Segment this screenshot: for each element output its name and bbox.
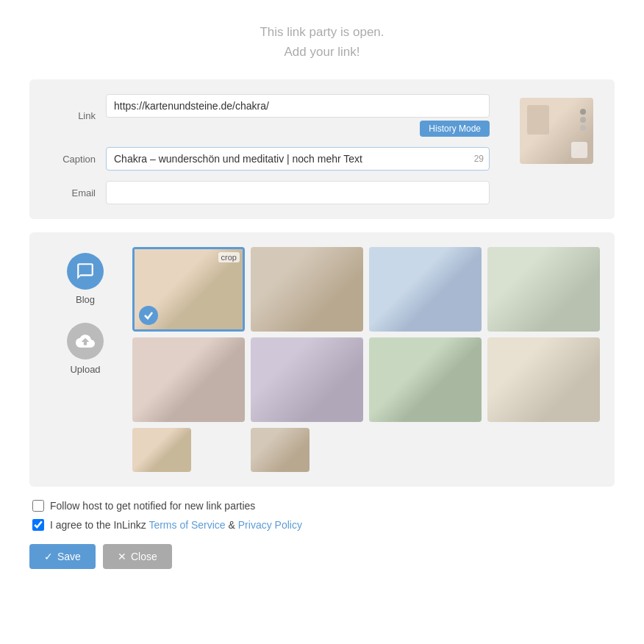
header-line2: Add your link! — [29, 42, 615, 62]
crop-label: crop — [218, 252, 240, 262]
link-thumbnail — [520, 98, 593, 164]
gallery-item[interactable] — [251, 428, 310, 472]
gallery-image-5 — [132, 337, 245, 422]
gallery-card: Blog Upload crop — [29, 232, 615, 487]
tos-link[interactable]: Terms of Service — [149, 519, 225, 531]
close-label: Close — [131, 551, 157, 562]
gallery-image-2 — [251, 247, 363, 332]
selected-check-icon — [139, 306, 158, 325]
blog-label: Blog — [76, 294, 95, 305]
gallery-item[interactable]: crop — [132, 247, 245, 332]
upload-button[interactable]: Upload — [52, 314, 118, 384]
caption-row: Caption 29 — [47, 147, 490, 171]
agree-prefix: I agree to the InLinkz — [50, 519, 149, 531]
gallery-grid-area[interactable]: crop — [129, 244, 603, 475]
follow-host-label[interactable]: Follow host to get notified for new link… — [50, 500, 255, 512]
gallery-grid: crop — [129, 244, 603, 475]
action-buttons: ✓ Save ✕ Close — [29, 544, 615, 569]
thumbnail-wrap — [516, 94, 597, 168]
gallery-item[interactable] — [251, 247, 363, 332]
gallery-image-8 — [487, 337, 600, 422]
gallery-item[interactable] — [369, 247, 482, 332]
upload-label: Upload — [70, 364, 100, 375]
link-row: Link History Mode — [47, 94, 490, 137]
gallery-sidebar: Blog Upload — [41, 244, 129, 475]
gallery-image-9 — [132, 428, 191, 472]
gallery-image-10 — [251, 428, 310, 472]
blog-icon — [67, 253, 104, 290]
blog-button[interactable]: Blog — [52, 244, 118, 314]
link-input[interactable] — [106, 94, 490, 118]
follow-host-checkbox[interactable] — [32, 500, 44, 512]
save-label: Save — [57, 551, 81, 562]
caption-label: Caption — [47, 154, 106, 165]
history-mode-button[interactable]: History Mode — [420, 121, 490, 137]
save-button[interactable]: ✓ Save — [29, 544, 96, 569]
follow-host-row: Follow host to get notified for new link… — [32, 500, 612, 512]
save-check-icon: ✓ — [44, 551, 53, 562]
form-card: Link History Mode Caption 29 — [29, 79, 615, 219]
gallery-item[interactable] — [132, 337, 245, 422]
close-button[interactable]: ✕ Close — [103, 544, 172, 569]
agree-tos-row: I agree to the InLinkz Terms of Service … — [32, 519, 612, 531]
gallery-image-3 — [369, 247, 482, 332]
gallery-item[interactable] — [487, 247, 600, 332]
gallery-image-6 — [251, 337, 363, 422]
header-line1: This link party is open. — [29, 22, 615, 42]
gallery-item[interactable] — [132, 428, 191, 472]
link-label: Link — [47, 110, 106, 121]
agree-tos-label[interactable]: I agree to the InLinkz Terms of Service … — [50, 519, 302, 531]
blog-svg-icon — [76, 262, 95, 281]
checkboxes-section: Follow host to get notified for new link… — [29, 500, 615, 531]
email-label: Email — [47, 187, 106, 198]
email-row: Email — [47, 181, 490, 204]
privacy-link[interactable]: Privacy Policy — [238, 519, 302, 531]
upload-icon — [67, 323, 104, 359]
gallery-image-7 — [369, 337, 482, 422]
close-x-icon: ✕ — [118, 551, 126, 562]
caption-input[interactable] — [106, 147, 490, 171]
gallery-item[interactable] — [251, 337, 363, 422]
checkmark-svg — [143, 310, 154, 321]
email-input[interactable] — [106, 181, 490, 204]
upload-svg-icon — [76, 332, 95, 351]
gallery-image-4 — [487, 247, 600, 332]
agree-tos-checkbox[interactable] — [32, 519, 44, 531]
gallery-item[interactable] — [369, 337, 482, 422]
page-header: This link party is open. Add your link! — [29, 22, 615, 62]
agree-mid: & — [226, 519, 238, 531]
gallery-item[interactable] — [487, 337, 600, 422]
